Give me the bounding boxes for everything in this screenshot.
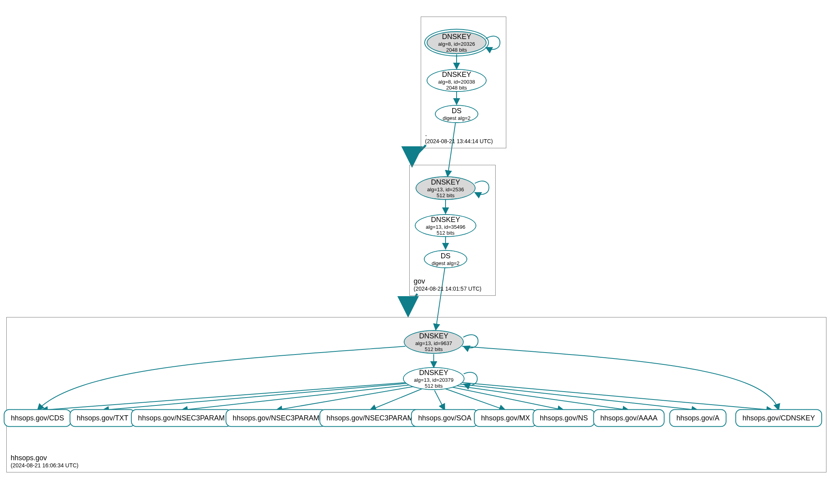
node-gov-zsk: DNSKEY alg=13, id=35496 512 bits	[415, 214, 476, 237]
node-root-zsk: DNSKEY alg=8, id=20038 2048 bits	[427, 69, 487, 92]
node-hhsops-ksk: DNSKEY alg=13, id=9637 512 bits	[404, 330, 464, 354]
zone-gov-time: (2024-08-21 14:01:57 UTC)	[414, 286, 481, 292]
record-nsec3-2: hhsops.gov/NSEC3PARAM	[226, 409, 326, 427]
zone-root-time: (2024-08-21 13:44:14 UTC)	[425, 138, 493, 145]
node-root-zsk-line2: alg=8, id=20038	[438, 79, 475, 85]
node-gov-ds-line2: digest alg=2	[432, 260, 459, 266]
record-aaaa: hhsops.gov/AAAA	[593, 409, 664, 427]
record-ns: hhsops.gov/NS	[533, 409, 595, 427]
record-cdnskey: hhsops.gov/CDNSKEY	[735, 409, 822, 427]
node-root-ksk-line2: alg=8, id=20326	[438, 41, 475, 47]
diagram-canvas: . (2024-08-21 13:44:14 UTC) gov (2024-08…	[0, 0, 830, 504]
node-root-ds: DS digest alg=2	[435, 105, 478, 123]
node-hhsops-ksk-line2: alg=13, id=9637	[415, 340, 452, 346]
node-gov-ksk-line2: alg=13, id=2536	[427, 187, 464, 192]
record-txt: hhsops.gov/TXT	[69, 409, 135, 427]
node-hhsops-ksk-line3: 512 bits	[425, 346, 443, 352]
node-gov-zsk-line3: 512 bits	[436, 230, 455, 236]
node-root-zsk-title: DNSKEY	[442, 71, 471, 79]
node-gov-zsk-line2: alg=13, id=35496	[426, 224, 465, 230]
record-soa: hhsops.gov/SOA	[411, 409, 478, 427]
node-hhsops-zsk-title: DNSKEY	[419, 369, 448, 377]
node-root-ds-line2: digest alg=2	[443, 115, 470, 121]
node-gov-ksk-line3: 512 bits	[436, 192, 455, 198]
zone-hhsops-label: hhsops.gov (2024-08-21 16:06:34 UTC)	[11, 454, 78, 469]
node-root-ksk-line3: 2048 bits	[446, 47, 467, 53]
node-gov-ds-title: DS	[440, 252, 450, 260]
node-hhsops-zsk: DNSKEY alg=13, id=20379 512 bits	[403, 367, 464, 390]
node-root-ds-title: DS	[451, 107, 461, 115]
node-root-ksk-title: DNSKEY	[442, 33, 471, 41]
record-a: hhsops.gov/A	[669, 409, 726, 427]
node-gov-ds: DS digest alg=2	[424, 250, 467, 268]
zone-gov-label: gov (2024-08-21 14:01:57 UTC)	[414, 277, 481, 292]
zone-root-name: .	[425, 130, 493, 138]
node-hhsops-ksk-title: DNSKEY	[419, 332, 448, 340]
zone-root-label: . (2024-08-21 13:44:14 UTC)	[425, 130, 493, 145]
record-cds: hhsops.gov/CDS	[4, 409, 71, 427]
node-hhsops-zsk-line3: 512 bits	[425, 383, 443, 389]
node-root-zsk-line3: 2048 bits	[446, 85, 467, 91]
node-gov-zsk-title: DNSKEY	[431, 216, 460, 224]
node-gov-ksk: DNSKEY alg=13, id=2536 512 bits	[416, 176, 476, 200]
record-nsec3-1: hhsops.gov/NSEC3PARAM	[131, 409, 232, 427]
node-root-ksk: DNSKEY alg=8, id=20326 2048 bits	[424, 29, 489, 56]
node-gov-ksk-title: DNSKEY	[431, 178, 460, 187]
node-hhsops-zsk-line2: alg=13, id=20379	[414, 377, 453, 383]
record-mx: hhsops.gov/MX	[474, 409, 537, 427]
zone-gov-name: gov	[414, 277, 481, 286]
zone-hhsops-name: hhsops.gov	[11, 454, 78, 463]
record-nsec3-3: hhsops.gov/NSEC3PARAM	[319, 409, 420, 427]
zone-hhsops-time: (2024-08-21 16:06:34 UTC)	[11, 462, 78, 469]
